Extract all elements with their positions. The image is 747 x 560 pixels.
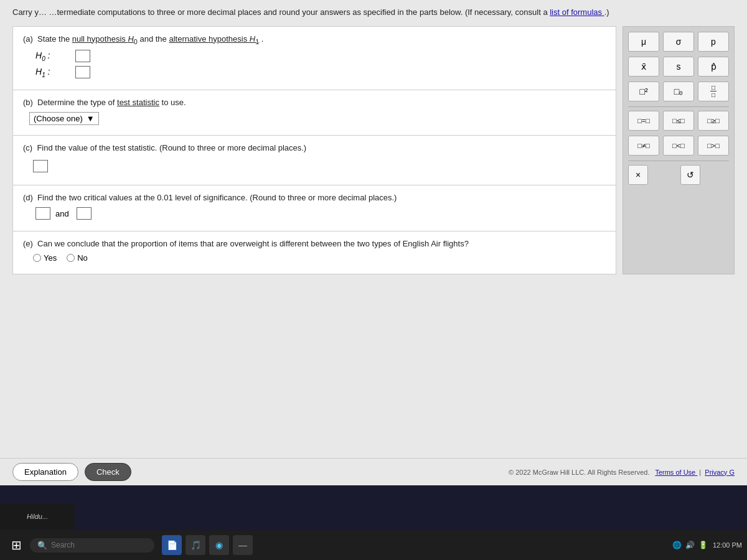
taskbar-app-2[interactable]: 🎵: [186, 535, 205, 555]
instruction-text: Carry y… …termediate computations to thr…: [12, 6, 735, 19]
taskbar-app-4[interactable]: —: [233, 535, 253, 555]
part-e-text: (e) Can we conclude that the proportion …: [23, 239, 469, 248]
start-button[interactable]: ⊞: [5, 534, 27, 556]
terms-label: Terms of Use: [655, 469, 695, 476]
critical-values-row: and: [33, 207, 606, 220]
privacy-link[interactable]: Privacy G: [705, 469, 735, 476]
compare-row-1: □=□ □≤□ □≥□: [628, 111, 729, 131]
check-label: Check: [96, 467, 120, 477]
equals-symbol-btn[interactable]: □=□: [628, 111, 659, 131]
app4-icon: —: [238, 540, 247, 550]
leq-symbol-btn[interactable]: □≤□: [663, 111, 694, 131]
phat-symbol-btn[interactable]: p̂: [698, 57, 729, 77]
h0-input[interactable]: [75, 50, 90, 62]
h1-label: H1 :: [35, 67, 73, 78]
part-a-mid: and the: [139, 34, 169, 44]
pinned-app-bar: Hildu...: [0, 504, 75, 529]
pinned-app-label: Hildu...: [27, 513, 48, 520]
taskbar-time: 12:00 PM: [713, 541, 742, 549]
choose-one-dropdown[interactable]: (Choose one) ▼: [29, 112, 99, 125]
symbol-divider-2: [628, 161, 729, 161]
question-container: (a) State the null hypothesis H0 and the…: [12, 26, 735, 275]
compare-row-2: □≠□ □<□ □>□: [628, 136, 729, 156]
instruction-prefix: Carry y… …termediate computations to thr…: [12, 7, 550, 17]
yes-radio[interactable]: [33, 254, 41, 262]
subscript0-symbol-btn[interactable]: □₀: [663, 82, 694, 101]
p-symbol-btn[interactable]: p: [698, 32, 729, 52]
geq-symbol-btn[interactable]: □≥□: [698, 111, 729, 131]
part-c-text: (c) Find the value of the test statistic…: [23, 143, 306, 152]
instruction-suffix: .): [604, 7, 609, 17]
yes-no-row: Yes No: [33, 253, 606, 263]
and-text: and: [55, 209, 69, 218]
part-d-text: (d) Find the two critical values at the …: [23, 193, 397, 202]
part-c-section: (c) Find the value of the test statistic…: [13, 136, 616, 185]
part-c-label: (c) Find the value of the test statistic…: [23, 143, 606, 152]
part-b-text: (b) Determine the type of test statistic…: [23, 98, 186, 107]
windows-icon: ⊞: [11, 538, 22, 553]
test-statistic-input[interactable]: [33, 160, 48, 172]
app1-icon: 📄: [167, 540, 177, 550]
system-tray: 🌐 🔊 🔋: [672, 541, 708, 549]
copyright-year: © 2022 McGraw Hill LLC. All Rights Reser…: [509, 469, 649, 476]
part-a-label: (a) State the null hypothesis H0 and the…: [23, 34, 606, 45]
squared-symbol-btn[interactable]: □²: [628, 82, 659, 101]
part-a-prefix: (a) State the: [23, 34, 72, 44]
check-button[interactable]: Check: [85, 463, 131, 481]
fraction-symbol-btn[interactable]: □ □: [698, 82, 729, 101]
sigma-symbol-btn[interactable]: σ: [663, 32, 694, 52]
part-e-section: (e) Can we conclude that the proportion …: [13, 231, 616, 274]
h0-label: H0 :: [35, 50, 73, 62]
terms-of-use-link[interactable]: Terms of Use: [655, 469, 697, 476]
app3-icon: ◉: [215, 540, 223, 550]
dropdown-label: (Choose one): [34, 114, 83, 123]
symbol-panel: μ σ p x̄ s p̂ □² □₀ □ □: [622, 26, 735, 275]
taskbar-app-3[interactable]: ◉: [209, 535, 229, 555]
choose-one-wrapper: (Choose one) ▼: [29, 112, 606, 125]
search-icon: 🔍: [37, 541, 47, 550]
taskbar-search-box[interactable]: 🔍: [30, 538, 154, 553]
taskbar-calendar[interactable]: 12:00 PM: [713, 541, 742, 549]
yes-option[interactable]: Yes: [33, 253, 57, 263]
h1-input[interactable]: [75, 66, 90, 78]
symbol-row-2: x̄ s p̂: [628, 57, 729, 77]
taskbar-app-1[interactable]: 📄: [162, 535, 182, 555]
network-icon: 🌐: [672, 541, 682, 549]
neq-symbol-btn[interactable]: □≠□: [628, 136, 659, 156]
xbar-symbol-btn[interactable]: x̄: [628, 57, 659, 77]
null-hypothesis-link: null hypothesis H0: [72, 34, 138, 44]
list-of-formulas-link[interactable]: list of formulas: [550, 7, 604, 17]
battery-icon: 🔋: [698, 541, 708, 549]
app2-icon: 🎵: [190, 540, 201, 550]
bottom-symbol-row: × ↺: [628, 165, 729, 185]
mu-symbol-btn[interactable]: μ: [628, 32, 659, 52]
lt-symbol-btn[interactable]: □<□: [663, 136, 694, 156]
clear-x-btn[interactable]: ×: [628, 165, 648, 185]
explanation-button[interactable]: Explanation: [12, 463, 78, 481]
questions-panel: (a) State the null hypothesis H0 and the…: [12, 26, 616, 275]
taskbar-right: 🌐 🔊 🔋 12:00 PM: [672, 541, 742, 549]
part-a-section: (a) State the null hypothesis H0 and the…: [13, 27, 616, 91]
formulas-link-text: list of formulas: [550, 7, 602, 17]
part-b-section: (b) Determine the type of test statistic…: [13, 90, 616, 136]
critical-value-1-input[interactable]: [35, 207, 50, 220]
part-d-label: (d) Find the two critical values at the …: [23, 193, 606, 202]
s-symbol-btn[interactable]: s: [663, 57, 694, 77]
undo-btn[interactable]: ↺: [680, 165, 700, 185]
taskbar: ⊞ 🔍 📄 🎵 ◉ — 🌐 🔊 🔋 12:00 PM: [0, 530, 747, 560]
gt-symbol-btn[interactable]: □>□: [698, 136, 729, 156]
copyright-text: © 2022 McGraw Hill LLC. All Rights Reser…: [509, 469, 735, 476]
dropdown-arrow-icon: ▼: [87, 114, 95, 123]
part-b-label: (b) Determine the type of test statistic…: [23, 98, 606, 107]
h1-row: H1 :: [35, 66, 606, 78]
part-d-section: (d) Find the two critical values at the …: [13, 185, 616, 231]
no-radio[interactable]: [67, 254, 75, 262]
symbol-divider-1: [628, 106, 729, 107]
no-option[interactable]: No: [67, 253, 88, 263]
yes-label: Yes: [44, 253, 57, 263]
critical-value-2-input[interactable]: [77, 207, 92, 220]
privacy-label: Privacy G: [705, 469, 735, 476]
taskbar-search-input[interactable]: [51, 541, 138, 549]
sound-icon: 🔊: [685, 541, 695, 549]
symbol-row-3: □² □₀ □ □: [628, 82, 729, 101]
